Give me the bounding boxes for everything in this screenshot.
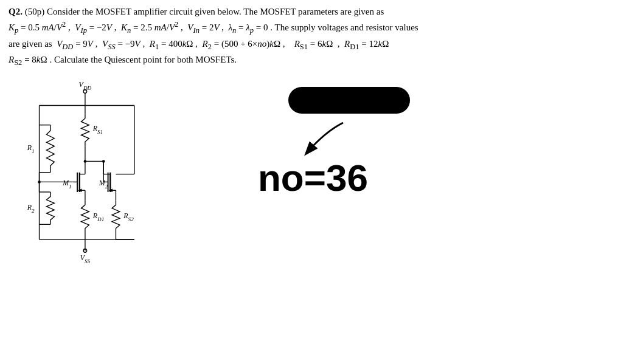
question-label: Q2. (9, 7, 23, 16)
vss-label: VSS (80, 253, 91, 264)
rs1-label: RS1 (92, 124, 103, 135)
rs1-resistor (81, 114, 89, 146)
no-value-label: no=36 (258, 156, 368, 199)
m1-label: M1 (62, 179, 72, 190)
circuit-diagram: .wire { stroke: #000; stroke-width: 1.5;… (9, 75, 215, 281)
rd1-resistor (81, 201, 89, 233)
r2-label: R2 (27, 204, 35, 215)
r1-label: R1 (27, 143, 35, 154)
gate2-drain-node (102, 160, 105, 163)
r2-resistor (46, 192, 54, 224)
rd1-label: RD1 (92, 212, 105, 223)
black-blob (288, 87, 410, 114)
arrow-svg (252, 120, 398, 162)
r1-resistor (46, 125, 54, 173)
rs2-label: RS2 (123, 212, 134, 223)
arrow-path (307, 123, 343, 153)
rs2-resistor (112, 201, 120, 233)
circuit-svg: .wire { stroke: #000; stroke-width: 1.5;… (9, 75, 215, 281)
circuit-area: .wire { stroke: #000; stroke-width: 1.5;… (9, 75, 609, 281)
arrow-area (252, 120, 398, 162)
question-points: (50p) (25, 7, 45, 16)
annotation-area: no=36 (215, 75, 609, 199)
question-text: Q2. (50p) Consider the MOSFET amplifier … (9, 5, 609, 69)
page-content: Q2. (50p) Consider the MOSFET amplifier … (0, 0, 618, 286)
